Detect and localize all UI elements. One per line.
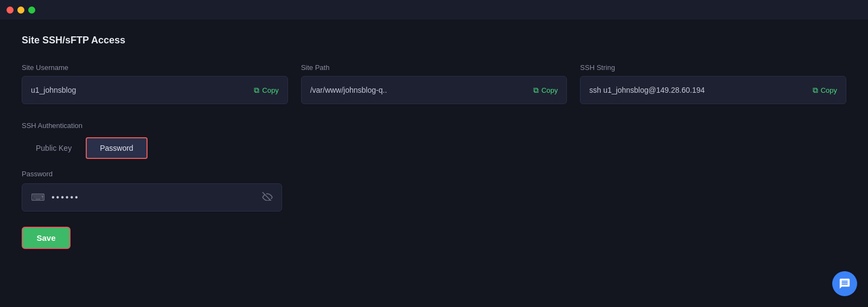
password-field-box: ⌨ •••••• (22, 183, 282, 212)
site-path-field: /var/www/johnsblog-q.. ⧉ Copy (301, 76, 567, 104)
copy-username-icon: ⧉ (254, 86, 259, 95)
title-bar (0, 0, 868, 20)
ssh-string-label: SSH String (580, 63, 846, 72)
copy-path-label: Copy (541, 86, 558, 94)
keyboard-icon: ⌨ (31, 191, 45, 203)
minimize-button[interactable] (17, 7, 24, 14)
site-username-group: Site Username u1_johnsblog ⧉ Copy (22, 63, 288, 104)
site-path-value: /var/www/johnsblog-q.. (310, 86, 387, 94)
password-value: •••••• (52, 193, 80, 202)
ssh-auth-label: SSH Authentication (22, 121, 846, 130)
ssh-string-value: ssh u1_johnsblog@149.28.60.194 (589, 86, 705, 94)
auth-tabs: Public Key Password (22, 137, 846, 159)
site-username-value: u1_johnsblog (31, 86, 76, 94)
chat-bubble[interactable] (832, 271, 857, 296)
tab-public-key[interactable]: Public Key (22, 137, 86, 159)
copy-ssh-label: Copy (821, 86, 837, 94)
toggle-password-icon[interactable] (262, 192, 273, 203)
site-path-group: Site Path /var/www/johnsblog-q.. ⧉ Copy (301, 63, 567, 104)
site-username-label: Site Username (22, 63, 288, 72)
ssh-string-group: SSH String ssh u1_johnsblog@149.28.60.19… (580, 63, 846, 104)
copy-username-button[interactable]: ⧉ Copy (254, 86, 278, 95)
site-username-field: u1_johnsblog ⧉ Copy (22, 76, 288, 104)
save-button[interactable]: Save (22, 227, 71, 249)
password-left: ⌨ •••••• (31, 191, 80, 203)
tab-password[interactable]: Password (86, 137, 147, 159)
maximize-button[interactable] (28, 7, 35, 14)
ssh-auth-section: SSH Authentication Public Key Password (22, 121, 846, 159)
page-title: Site SSH/sFTP Access (22, 35, 846, 46)
password-section: Password ⌨ •••••• (22, 170, 846, 212)
ssh-string-field: ssh u1_johnsblog@149.28.60.194 ⧉ Copy (580, 76, 846, 104)
main-content: Site SSH/sFTP Access Site Username u1_jo… (0, 20, 868, 264)
copy-path-icon: ⧉ (533, 86, 539, 95)
password-label: Password (22, 170, 846, 178)
copy-ssh-button[interactable]: ⧉ Copy (813, 86, 837, 95)
copy-username-label: Copy (262, 86, 278, 94)
fields-row: Site Username u1_johnsblog ⧉ Copy Site P… (22, 63, 846, 104)
close-button[interactable] (7, 7, 14, 14)
copy-path-button[interactable]: ⧉ Copy (533, 86, 558, 95)
copy-ssh-icon: ⧉ (813, 86, 818, 95)
site-path-label: Site Path (301, 63, 567, 72)
